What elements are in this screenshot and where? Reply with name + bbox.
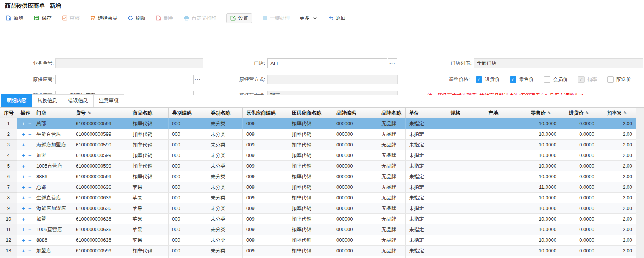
cell-sup_name: 扣率代销 [288, 193, 333, 203]
remove-row-button[interactable]: − [27, 152, 33, 159]
add-row-button[interactable]: + [20, 131, 27, 137]
remove-row-button[interactable]: − [27, 226, 33, 233]
add-row-button[interactable]: + [20, 216, 27, 222]
remove-row-button[interactable]: − [27, 194, 33, 201]
checkbox-checked-icon[interactable]: ✓ [510, 76, 516, 83]
col-header-store-label: 门店 [36, 110, 46, 116]
table-row[interactable]: 3+−海鲜店加盟店6100000000599扣率代销000未分类009扣率代销0… [0, 140, 636, 150]
remove-row-button[interactable]: − [27, 173, 33, 180]
add-row-button[interactable]: + [20, 237, 27, 243]
add-row-button[interactable]: + [20, 120, 27, 127]
cell-sup_name: 扣率代销 [288, 150, 333, 161]
cell-spec [447, 235, 485, 246]
cell-empty [169, 256, 207, 258]
cell-empty [0, 256, 17, 258]
checkbox-unchecked-icon[interactable] [607, 76, 614, 83]
purchase-price-checkbox-option[interactable]: ✓进货价 [476, 76, 500, 83]
col-header-brand_code-label: 品牌编码 [336, 110, 356, 116]
remove-row-button[interactable]: − [27, 120, 33, 127]
remove-row-button[interactable]: − [27, 216, 33, 222]
cell-spec [447, 214, 485, 224]
cell-unit: 未指定 [406, 129, 447, 140]
cell-op: +− [17, 224, 33, 235]
cell-retail: 10.0000 [522, 214, 560, 224]
remove-row-button[interactable]: − [27, 184, 33, 190]
tab-error[interactable]: 错误信息 [63, 94, 94, 107]
cell-item_no: 6100000000636 [72, 235, 129, 246]
table-row[interactable]: 2+−生鲜直营店6100000000599扣率代销000未分类009扣率代销00… [0, 129, 636, 140]
add-row-button[interactable]: + [20, 173, 27, 180]
row-index: 9 [0, 203, 17, 214]
cell-retail: 10.0000 [522, 193, 560, 203]
checkbox-checked-icon[interactable]: ✓ [476, 76, 482, 83]
remove-row-button[interactable]: − [27, 237, 33, 243]
cell-item_no: 6100000000636 [72, 224, 129, 235]
cell-sup_name: 扣率代销 [288, 214, 333, 224]
tab-detail[interactable]: 明细内容 [1, 94, 32, 107]
table-row[interactable]: 6+−88866100000000599扣率代销000未分类009扣率代销000… [0, 171, 636, 182]
delivery-price-checkbox-option[interactable]: 配送价 [607, 76, 631, 83]
cell-brand_code: 000000 [333, 118, 378, 129]
table-row[interactable]: 11+−1005直营店6100000000636苹果000未分类009扣率代销0… [0, 224, 636, 235]
cell-sup_code: 009 [243, 182, 288, 193]
add-row-button[interactable]: + [20, 247, 27, 254]
table-row[interactable]: 1+−总部6100000000599扣率代销000未分类009扣率代销00000… [0, 118, 636, 129]
store-field[interactable] [267, 58, 387, 68]
cell-sup_code: 009 [243, 129, 288, 140]
table-row[interactable]: 9+−海鲜店加盟店6100000000636苹果000未分类009扣率代销000… [0, 203, 636, 214]
retail-price-checkbox-label: 零售价 [519, 76, 534, 83]
cell-sup_code: 009 [243, 171, 288, 182]
cell-unit: 未指定 [406, 150, 447, 161]
col-header-name: 商品名称 [129, 108, 169, 118]
cell-store: 加盟店 [33, 246, 72, 256]
cell-origin [485, 224, 522, 235]
select-products-button[interactable]: 选择商品 [89, 15, 117, 22]
remove-row-button[interactable]: − [27, 163, 33, 169]
refresh-button[interactable]: 刷新 [127, 15, 145, 22]
checkbox-unchecked-icon[interactable] [544, 76, 550, 83]
settings-button[interactable]: 设置 [226, 13, 252, 23]
store-picker-button[interactable]: ··· [388, 58, 397, 68]
toolbar: 新增保存审核选择商品刷新删单自定义打印设置一键处理更多返回 [0, 11, 644, 25]
cell-cat_code: 000 [169, 140, 207, 150]
cell-spec [447, 118, 485, 129]
row-index: 3 [0, 140, 17, 150]
add-row-button[interactable]: + [20, 141, 27, 148]
add-row-button[interactable]: + [20, 163, 27, 169]
add-row-button[interactable]: + [20, 152, 27, 159]
cell-cat_code: 000 [169, 129, 207, 140]
remove-row-button[interactable]: − [27, 205, 33, 211]
table-row[interactable]: 7+−总部6100000000636苹果000未分类009扣率代销000000无… [0, 182, 636, 193]
add-row-button[interactable]: + [20, 184, 27, 190]
cell-purchase: 0.0000 [560, 182, 598, 193]
orig-supplier-picker-button[interactable]: ··· [193, 75, 202, 84]
cell-cat_code: 000 [169, 193, 207, 203]
table-row[interactable]: 8+−生鲜直营店6100000000636苹果000未分类009扣率代销0000… [0, 193, 636, 203]
add-row-button[interactable]: + [20, 226, 27, 233]
more-button[interactable]: 更多 [300, 15, 318, 22]
add-row-button[interactable]: + [20, 194, 27, 201]
remove-row-button[interactable]: − [27, 141, 33, 148]
retail-price-checkbox-option[interactable]: ✓零售价 [510, 76, 534, 83]
discount-rate-checkbox-option: ✓扣率 [578, 76, 597, 83]
table-row[interactable]: 4+−加盟6100000000599扣率代销000未分类009扣率代销00000… [0, 150, 636, 161]
cell-store: 加盟 [33, 150, 72, 161]
table-row[interactable]: 10+−加盟6100000000636苹果000未分类009扣率代销000000… [0, 214, 636, 224]
member-price-checkbox-option[interactable]: 会员价 [544, 76, 568, 83]
back-button[interactable]: 返回 [328, 15, 346, 22]
cell-spec [447, 161, 485, 171]
new-button[interactable]: 新增 [5, 15, 23, 22]
save-button[interactable]: 保存 [33, 15, 52, 22]
remove-row-button[interactable]: − [27, 247, 33, 254]
remove-row-button[interactable]: − [27, 131, 33, 137]
table-row[interactable]: 13+−加盟店6100000000599扣率代销000未分类009扣率代销000… [0, 246, 636, 256]
table-row[interactable]: 12+−88866100000000636苹果000未分类009扣率代销0000… [0, 235, 636, 246]
edit-pencil-icon: ✎ [623, 110, 627, 116]
orig-supplier-field[interactable] [55, 75, 192, 84]
cell-item_no: 6100000000599 [72, 171, 129, 182]
cell-sup_code: 009 [243, 246, 288, 256]
tab-notes[interactable]: 注意事项 [93, 94, 124, 107]
tab-convert[interactable]: 转换信息 [32, 94, 63, 107]
add-row-button[interactable]: + [20, 205, 27, 211]
table-row[interactable]: 5+−1005直营店6100000000599扣率代销000未分类009扣率代销… [0, 161, 636, 171]
